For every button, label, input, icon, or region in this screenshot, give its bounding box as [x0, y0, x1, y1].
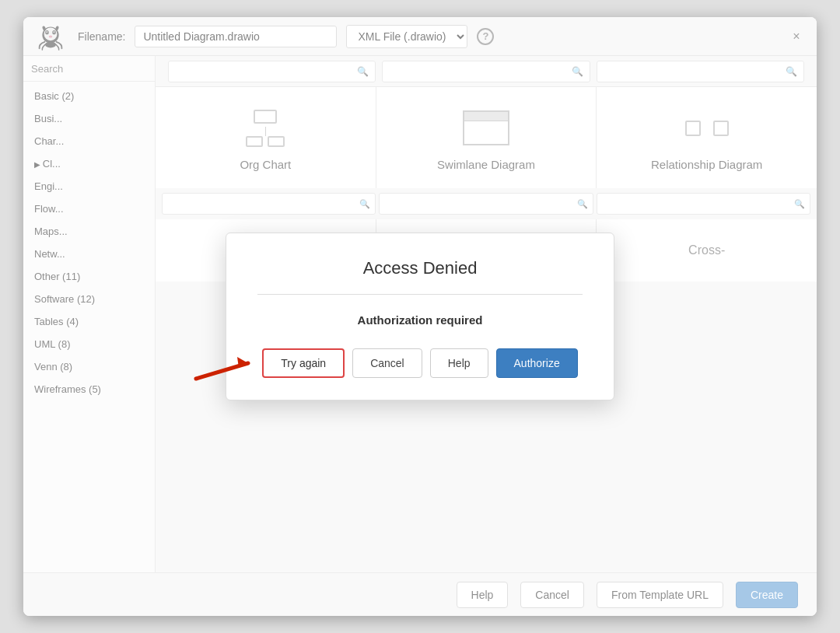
red-arrow-annotation	[192, 340, 262, 386]
try-again-button[interactable]: Try again	[262, 348, 345, 378]
modal-help-button[interactable]: Help	[430, 348, 488, 378]
try-again-wrapper: Try again	[262, 348, 345, 378]
modal-subtitle: Authorization required	[257, 313, 583, 327]
app-window: Filename: XML File (.drawio) PNG (.png) …	[23, 17, 817, 616]
modal-authorize-button[interactable]: Authorize	[496, 348, 578, 378]
access-denied-modal: Access Denied Authorization required Try…	[226, 233, 614, 400]
modal-overlay: Access Denied Authorization required Try…	[23, 17, 817, 616]
modal-cancel-button[interactable]: Cancel	[352, 348, 422, 378]
modal-title: Access Denied	[257, 258, 583, 278]
modal-buttons: Try again Cancel Help Authorize	[257, 348, 583, 378]
modal-divider	[257, 294, 583, 295]
